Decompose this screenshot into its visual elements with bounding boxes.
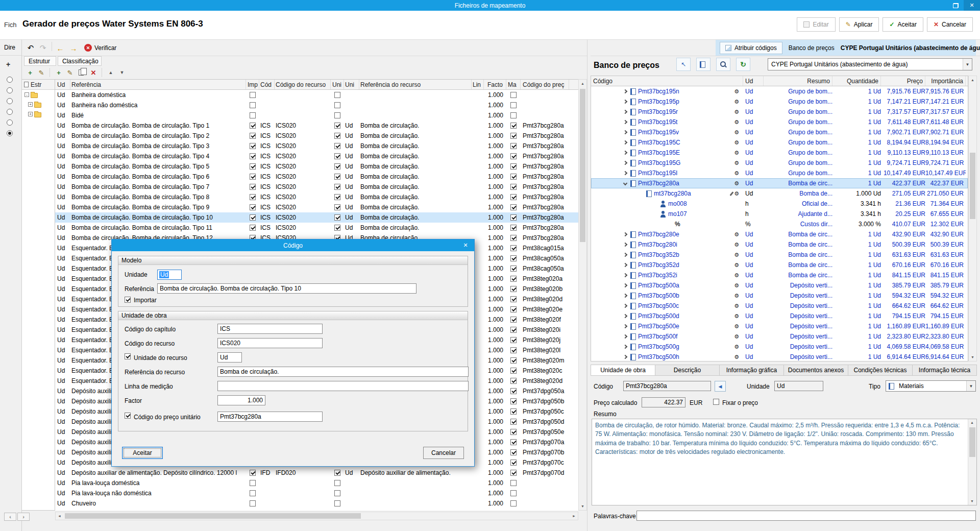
unit-checkbox[interactable] [334,112,340,118]
unit-checkbox[interactable] [334,184,340,190]
map-checkbox[interactable] [510,439,517,445]
tree-node-root[interactable]: - [22,90,55,100]
scroll-down-icon[interactable]: ▼ [968,498,976,505]
col-importancia[interactable]: Importância [925,76,966,86]
mapping-row[interactable]: UdBomba de circulação. Bomba de circulaç… [55,120,578,131]
mapping-row[interactable]: UdBomba de circulação. Bomba de circulaç… [55,202,578,212]
apply-button[interactable]: ✎Aplicar [839,17,879,32]
mapping-row[interactable]: UdBomba de circulação. Bomba de circulaç… [55,131,578,141]
bank-tab-3[interactable]: Documentos anexos [784,365,848,376]
map-checkbox[interactable] [510,357,517,364]
import-checkbox[interactable] [250,174,256,180]
import-checkbox[interactable] [250,204,256,210]
select-bank-icon[interactable]: ↖ [676,58,691,71]
chevron-right-icon[interactable] [623,253,627,257]
map-checkbox[interactable] [510,225,517,231]
radio-item[interactable] [7,77,13,83]
palavras-chave-field[interactable] [636,511,976,521]
bank-tab-5[interactable]: Informação técnica [913,365,977,376]
move-up-icon[interactable]: ▲ [106,67,116,78]
map-checkbox[interactable] [510,306,517,312]
referencia-field[interactable] [157,283,416,294]
import-checkbox[interactable] [250,500,256,506]
radio-item-selected[interactable] [7,130,13,136]
map-checkbox[interactable] [510,214,517,221]
bank-row[interactable]: Pmt37bcg500e⚙UdDepósito verti...1 Ud1,16… [591,321,968,331]
tree-node[interactable]: + [22,100,55,109]
map-checkbox[interactable] [510,123,517,129]
bank-row[interactable]: Pmt37bcg195I⚙UdGrupo de bom...1 Ud10,147… [591,168,968,178]
scroll-down-icon[interactable]: ▼ [969,353,976,361]
map-checkbox[interactable] [510,296,517,302]
map-checkbox[interactable] [510,337,517,343]
unidade-recurso-field[interactable] [217,352,242,363]
mapping-row[interactable]: UdBomba de circulação. Bomba de circulaç… [55,172,578,182]
col-referencia[interactable]: Referência [70,80,246,89]
chevron-right-icon[interactable] [623,324,627,328]
mapping-row[interactable]: UdDepósito auxiliar de alimentação. Depó… [55,468,578,478]
codigo-preco-checkbox[interactable] [125,413,131,419]
import-checkbox[interactable] [250,102,256,108]
col-resumo[interactable]: Resumo [764,76,832,86]
scroll-up-icon[interactable]: ▲ [579,80,586,87]
map-checkbox[interactable] [510,388,517,394]
col-map[interactable]: Ma [506,80,521,89]
collapse-icon[interactable]: - [24,92,29,97]
bank-tab-2[interactable]: Informação gráfica [720,365,784,376]
map-checkbox[interactable] [510,174,517,180]
bank-row[interactable]: Pmt37bcg195p⚙UdGrupo de bom...1 Ud7,147.… [591,96,968,107]
chevron-right-icon[interactable] [623,263,627,267]
import-checkbox[interactable] [250,480,256,486]
codigo-field[interactable] [623,381,711,391]
map-checkbox[interactable] [510,194,517,200]
tab-estrutura[interactable]: Estrutur [24,56,56,66]
bank-row[interactable]: Pmt37bcg195C⚙UdGrupo de bom...1 Ud8,194.… [591,137,968,148]
mapping-row[interactable]: UdBomba de circulação. Bomba de circulaç… [55,212,578,223]
mapping-row[interactable]: UdBidé1.000 [55,110,578,120]
map-checkbox[interactable] [510,266,517,272]
verify-icon[interactable]: ✕ [84,44,92,52]
mapping-row[interactable]: UdPia lava-louça doméstica1.000 [55,478,578,488]
unit-checkbox[interactable] [334,123,340,129]
capitulo-field[interactable] [217,324,323,334]
radio-item[interactable] [7,87,13,93]
chevron-right-icon[interactable] [623,304,627,308]
bank-row[interactable]: Pmt37bcg195E⚙UdGrupo de bom...1 Ud9,110.… [591,148,968,158]
import-checkbox[interactable] [250,214,256,221]
bank-row[interactable]: Pmt37bcg352b⚙UdBomba de circ...1 Ud631.6… [591,250,968,260]
scroll-left-icon[interactable]: ◄ [56,512,63,520]
bank-vertical-scrollbar[interactable]: ▲ ▼ [968,76,977,361]
mapping-row[interactable]: UdBomba de circulação. Bomba de circulaç… [55,151,578,161]
map-checkbox[interactable] [510,245,517,251]
map-checkbox[interactable] [510,204,517,210]
col-ud[interactable]: Ud [743,76,764,86]
row-edit-icon[interactable]: ✎ [65,67,75,78]
map-checkbox[interactable] [510,327,517,333]
map-checkbox[interactable] [510,286,517,292]
tree-node[interactable]: + [22,109,55,119]
chevron-right-icon[interactable] [623,130,627,134]
bank-row[interactable]: Pmt37bcg280i⚙UdBomba de circ...1 Ud500.3… [591,239,968,250]
row-delete-icon[interactable]: ✕ [88,67,99,78]
edit-button[interactable]: Editar [797,17,835,32]
map-checkbox[interactable] [510,112,517,118]
chevron-down-icon[interactable]: ▼ [963,59,972,70]
map-checkbox[interactable] [510,408,517,415]
close-button[interactable]: ✕ [964,0,980,11]
codigo-preco-field[interactable] [217,412,323,422]
scroll-down-icon[interactable]: ▼ [579,502,586,510]
bank-row[interactable]: Pmt37bcg500d⚙UdDepósito verti...1 Ud794.… [591,311,968,321]
map-checkbox[interactable] [510,378,517,384]
bank-row[interactable]: Pmt37bcg195t⚙UdGrupo de bom...1 Ud7,611.… [591,117,968,127]
main-vertical-scrollbar[interactable]: ▲ ▼ [578,79,587,511]
import-checkbox[interactable] [250,184,256,190]
main-horizontal-scrollbar[interactable]: ◄ ► [55,512,578,520]
chevron-right-icon[interactable] [623,89,627,93]
accept-button[interactable]: ✓Aceitar [883,17,923,32]
search-icon[interactable] [716,58,730,71]
scroll-up-icon[interactable]: ▲ [968,419,976,426]
bank-row[interactable]: Pmt37bcg195G⚙UdGrupo de bom...1 Ud9,724.… [591,158,968,168]
scroll-up-icon[interactable]: ▲ [969,76,976,84]
referencia-recurso-field[interactable] [217,367,469,377]
chevron-right-icon[interactable] [623,161,627,165]
